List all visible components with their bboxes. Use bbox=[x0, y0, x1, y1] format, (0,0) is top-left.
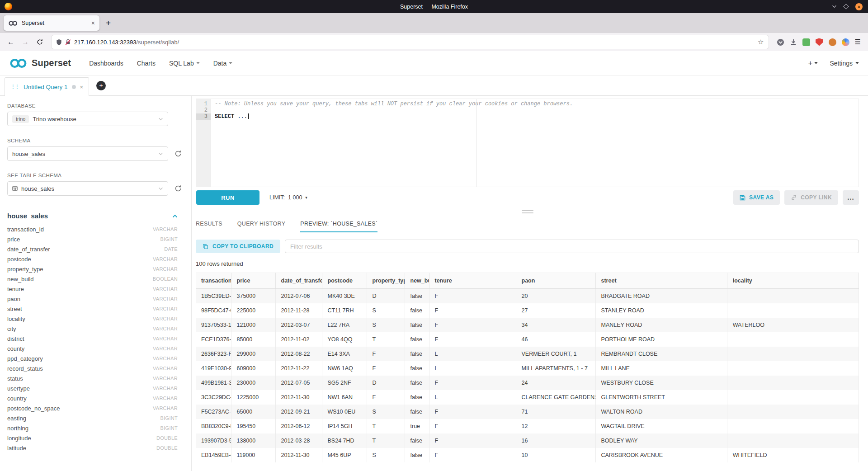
column-header[interactable]: price bbox=[231, 273, 275, 289]
limit-dropdown[interactable]: LIMIT: 1 000 ▾ bbox=[269, 194, 307, 201]
column-name: northing bbox=[7, 425, 28, 432]
query-tab-close-icon[interactable]: × bbox=[80, 84, 84, 90]
resize-handle-icon[interactable] bbox=[522, 210, 533, 213]
tab-preview-house-sales[interactable]: PREVIEW: `HOUSE_SALES` bbox=[300, 215, 377, 232]
sql-editor[interactable]: 1 2 3 -- Note: Unless you save your quer… bbox=[196, 99, 859, 187]
ublock-shield-icon[interactable] bbox=[816, 38, 823, 46]
refresh-tables-icon[interactable] bbox=[175, 185, 182, 192]
column-header[interactable]: locality bbox=[727, 273, 859, 289]
table-cell: 91370533-19F5-47FE-B142-A380A8ADA210 bbox=[196, 318, 231, 332]
column-type: VARCHAR bbox=[153, 386, 178, 391]
refresh-schema-icon[interactable] bbox=[175, 150, 182, 157]
pocket-icon[interactable] bbox=[777, 38, 784, 46]
nav-sql-lab[interactable]: SQL Lab bbox=[169, 60, 200, 67]
copy-to-clipboard-button[interactable]: COPY TO CLIPBOARD bbox=[196, 240, 280, 253]
url-text[interactable]: 217.160.120.143:32393/superset/sqllab/ bbox=[74, 39, 755, 46]
insecure-lock-icon[interactable] bbox=[65, 39, 71, 45]
schema-select[interactable]: house_sales bbox=[7, 146, 168, 161]
column-type: VARCHAR bbox=[153, 256, 178, 262]
new-tab-button[interactable]: + bbox=[106, 18, 111, 28]
menu-icon[interactable]: ☰ bbox=[855, 38, 861, 46]
table-cell: 195450 bbox=[231, 419, 275, 433]
table-cell: NW1 6AN bbox=[322, 390, 367, 405]
schema-column-row: easting BIGINT bbox=[7, 413, 184, 423]
column-header[interactable]: tenure bbox=[429, 273, 516, 289]
table-cell: NW6 1AQ bbox=[322, 361, 367, 376]
table-row: 98F5DC47-0D05-4D59-95B7-98CA6F1FDE052250… bbox=[196, 303, 859, 318]
column-name: postcode bbox=[7, 256, 31, 263]
column-header[interactable]: postcode bbox=[322, 273, 367, 289]
column-type: VARCHAR bbox=[153, 266, 178, 272]
table-cell: 16 bbox=[516, 433, 595, 448]
tab-query-history[interactable]: QUERY HISTORY bbox=[237, 215, 285, 232]
table-cell: 121000 bbox=[231, 318, 275, 332]
superset-brand[interactable]: Superset bbox=[9, 58, 71, 69]
column-name: property_type bbox=[7, 266, 43, 273]
extension-icon-pinwheel[interactable] bbox=[842, 38, 849, 46]
editor-code-area[interactable]: -- Note: Unless you save your query, the… bbox=[211, 99, 859, 187]
column-header[interactable]: paon bbox=[516, 273, 595, 289]
browser-tab[interactable]: Superset × bbox=[4, 15, 99, 31]
table-cell: E14 3XA bbox=[322, 347, 367, 361]
add-query-tab-button[interactable]: + bbox=[96, 81, 106, 90]
drag-handle-icon[interactable]: ⋮⋮ bbox=[10, 84, 19, 90]
url-host: 217.160.120.143:32393 bbox=[74, 39, 136, 46]
extension-icon-green[interactable] bbox=[802, 38, 810, 46]
brand-name: Superset bbox=[32, 58, 71, 68]
maximize-icon[interactable] bbox=[843, 4, 849, 9]
table-cell: F bbox=[367, 347, 405, 361]
text-cursor bbox=[248, 113, 249, 119]
run-button[interactable]: RUN bbox=[196, 190, 259, 205]
save-as-button[interactable]: SAVE AS bbox=[733, 190, 780, 205]
more-actions-button[interactable]: … bbox=[843, 190, 859, 205]
download-icon[interactable] bbox=[790, 38, 797, 46]
schema-column-row: date_of_transfer DATE bbox=[7, 244, 184, 254]
column-name: city bbox=[7, 325, 16, 332]
column-header[interactable]: street bbox=[595, 273, 727, 289]
column-type: VARCHAR bbox=[153, 366, 178, 371]
table-row: 499B1981-3B6B-4BCD-808F-9FED9802BFA12300… bbox=[196, 376, 859, 390]
column-name: status bbox=[7, 375, 23, 382]
table-cell: 230000 bbox=[231, 376, 275, 390]
database-select[interactable]: trino Trino warehouse bbox=[7, 112, 168, 126]
query-tab[interactable]: ⋮⋮ Untitled Query 1 × bbox=[5, 77, 89, 96]
tab-results[interactable]: RESULTS bbox=[196, 215, 222, 232]
table-row: EB1459EB-67ED-47C8-B2E7-A38143AB55751190… bbox=[196, 448, 859, 462]
shield-icon[interactable] bbox=[56, 39, 62, 46]
table-cell: REMBRANDT CLOSE bbox=[595, 347, 727, 361]
url-field[interactable]: 217.160.120.143:32393/superset/sqllab/ ☆ bbox=[52, 35, 769, 49]
column-header[interactable]: transaction_id bbox=[196, 273, 231, 289]
forward-icon[interactable]: → bbox=[19, 36, 32, 48]
schema-column-row: status VARCHAR bbox=[7, 373, 184, 383]
tab-close-icon[interactable]: × bbox=[91, 19, 95, 27]
reload-icon[interactable] bbox=[33, 36, 46, 48]
extension-icon-orange[interactable] bbox=[829, 38, 836, 46]
table-cell: BS24 7HD bbox=[322, 433, 367, 448]
table-select[interactable]: house_sales bbox=[7, 181, 168, 196]
filter-results-input[interactable] bbox=[285, 240, 859, 253]
settings-menu[interactable]: Settings bbox=[830, 60, 859, 67]
nav-charts[interactable]: Charts bbox=[137, 60, 156, 67]
copy-link-button[interactable]: COPY LINK bbox=[784, 190, 838, 205]
table-cell: 20 bbox=[516, 289, 595, 304]
table-cell: 2012-11-28 bbox=[275, 303, 322, 318]
bookmark-star-icon[interactable]: ☆ bbox=[758, 38, 764, 46]
link-icon bbox=[791, 194, 797, 201]
collapse-chevron-up-icon[interactable] bbox=[172, 214, 178, 218]
nav-data[interactable]: Data bbox=[213, 60, 233, 67]
table-cell: 2012-11-30 bbox=[275, 448, 322, 462]
column-header[interactable]: new_build bbox=[405, 273, 429, 289]
nav-dashboards[interactable]: Dashboards bbox=[89, 60, 123, 67]
pane-divider[interactable] bbox=[196, 208, 859, 215]
chevron-down-icon[interactable] bbox=[832, 5, 837, 8]
column-header[interactable]: date_of_transfer bbox=[275, 273, 322, 289]
table-cell: false bbox=[405, 405, 429, 419]
schema-column-row: new_build BOOLEAN bbox=[7, 274, 184, 284]
add-new-button[interactable]: + bbox=[808, 59, 818, 68]
close-window-icon[interactable]: × bbox=[855, 3, 863, 10]
editor-gutter: 1 2 3 bbox=[196, 99, 211, 187]
browser-tabbar: Superset × + bbox=[0, 13, 868, 33]
table-row: 2636F323-FF41-4765-81DB-98CAA6A43BC12990… bbox=[196, 347, 859, 361]
back-icon[interactable]: ← bbox=[5, 36, 17, 48]
column-header[interactable]: property_type bbox=[367, 273, 405, 289]
